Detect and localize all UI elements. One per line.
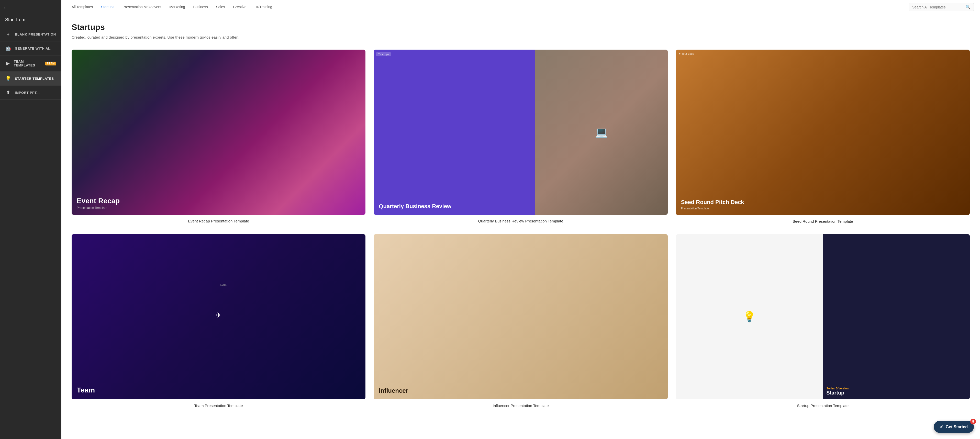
nav-bar: All TemplatesStartupsPresentation Makeov… [61, 0, 980, 14]
collapse-icon: ‹ [4, 5, 6, 11]
tab-business[interactable]: Business [189, 0, 212, 14]
sidebar-icon-starter: 💡 [5, 76, 11, 81]
template-name-event-recap: Event Recap Presentation Template [72, 218, 366, 224]
sidebar-label-team: TEAM TEMPLATES [14, 60, 41, 67]
template-card-team[interactable]: DATE ✈ Team Team Presentation Template [72, 234, 366, 409]
thumb-sub: Presentation Template [681, 207, 965, 210]
template-name-seed-round: Seed Round Presentation Template [676, 219, 970, 224]
template-card-startup[interactable]: 💡 Series B Version Startup Startup Prese… [676, 234, 970, 409]
sidebar-item-team[interactable]: ▶ TEAM TEMPLATES TEAM [0, 56, 61, 72]
template-thumbnail-startup: 💡 Series B Version Startup [676, 234, 970, 399]
sidebar-label-ai: GENERATE WITH AI... [15, 46, 52, 50]
sidebar-title: Start from... [0, 15, 61, 28]
thumb-bottom: Team [77, 386, 360, 394]
tab-startups[interactable]: Startups [97, 0, 118, 14]
thumb-sub: Presentation Template [77, 206, 360, 210]
sidebar-icon-ai: 🤖 [5, 46, 11, 51]
tab-creative[interactable]: Creative [229, 0, 250, 14]
sidebar-collapse-button[interactable]: ‹ [0, 0, 61, 15]
template-card-qbr[interactable]: Your Logo Quarterly Business Review 💻 Qu… [374, 49, 668, 224]
template-thumbnail-team: DATE ✈ Team [72, 234, 366, 399]
template-thumbnail-influencer: Influencer [374, 234, 668, 399]
thumb-title: Seed Round Pitch Deck [681, 199, 965, 205]
template-thumbnail-event-recap: Event Recap Presentation Template [72, 49, 366, 215]
search-container[interactable]: 🔍 [909, 3, 974, 11]
thumb-title: Influencer [379, 387, 662, 394]
bulb-icon: 💡 [743, 311, 756, 323]
templates-grid-row2: DATE ✈ Team Team Presentation Template I… [72, 234, 970, 409]
series-label: Series B Version [826, 387, 966, 390]
get-started-label: Get Started [946, 425, 968, 429]
template-name-team: Team Presentation Template [72, 403, 366, 408]
notification-badge: 5 [970, 419, 976, 425]
sidebar-label-blank: BLANK PRESENTATION [15, 32, 56, 36]
thumb-title: Event Recap [77, 197, 360, 205]
search-icon: 🔍 [966, 5, 970, 10]
tab-marketing[interactable]: Marketing [165, 0, 189, 14]
thumb-title: Quarterly Business Review [379, 203, 530, 210]
thumb-title: Startup [826, 390, 966, 396]
team-badge: TEAM [45, 62, 56, 65]
sidebar: ‹ Start from... + BLANK PRESENTATION 🤖 G… [0, 0, 61, 439]
template-thumbnail-qbr: Your Logo Quarterly Business Review 💻 [374, 49, 668, 215]
thumb-photo: 💻 [535, 49, 668, 215]
sidebar-item-blank[interactable]: + BLANK PRESENTATION [0, 28, 61, 41]
page-title: Startups [72, 22, 970, 32]
page-subtitle: Created, curated and designed by present… [72, 35, 970, 40]
thumb-label: DATE [77, 283, 366, 286]
main-area: All TemplatesStartupsPresentation Makeov… [61, 0, 980, 439]
template-card-influencer[interactable]: Influencer Influencer Presentation Templ… [374, 234, 668, 409]
search-input[interactable] [912, 5, 963, 9]
logo-badge: Your Logo [376, 52, 391, 56]
nav-tabs: All TemplatesStartupsPresentation Makeov… [67, 0, 276, 14]
template-name-startup: Startup Presentation Template [676, 403, 970, 408]
template-name-qbr: Quarterly Business Review Presentation T… [374, 218, 668, 224]
sidebar-item-starter[interactable]: 💡 STARTER TEMPLATES [0, 72, 61, 86]
template-thumbnail-seed-round: ✦ Your Logo Seed Round Pitch Deck Presen… [676, 49, 970, 215]
sidebar-items-container: + BLANK PRESENTATION 🤖 GENERATE WITH AI.… [0, 28, 61, 100]
tab-makeovers[interactable]: Presentation Makeovers [118, 0, 165, 14]
tab-sales[interactable]: Sales [212, 0, 229, 14]
logo-area: ✦ Your Logo [678, 52, 694, 56]
tab-hr[interactable]: Hr/Training [251, 0, 277, 14]
sidebar-item-import[interactable]: ⬆ IMPORT PPT... [0, 86, 61, 100]
get-started-button[interactable]: ✔ Get Started 5 [934, 421, 974, 433]
sidebar-item-ai[interactable]: 🤖 GENERATE WITH AI... [0, 41, 61, 56]
sidebar-icon-blank: + [5, 32, 11, 37]
sidebar-icon-import: ⬆ [5, 90, 11, 95]
sidebar-icon-team: ▶ [5, 60, 10, 66]
thumb-icon: ✈ [215, 310, 222, 319]
template-name-influencer: Influencer Presentation Template [374, 403, 668, 408]
content-area: Startups Created, curated and designed b… [61, 14, 980, 439]
template-card-event-recap[interactable]: Event Recap Presentation Template Event … [72, 49, 366, 224]
tab-all[interactable]: All Templates [67, 0, 97, 14]
sidebar-label-import: IMPORT PPT... [15, 91, 40, 95]
templates-grid-row1: Event Recap Presentation Template Event … [72, 49, 970, 224]
sidebar-label-starter: STARTER TEMPLATES [15, 77, 54, 81]
template-card-seed-round[interactable]: ✦ Your Logo Seed Round Pitch Deck Presen… [676, 49, 970, 224]
check-icon: ✔ [940, 425, 943, 429]
